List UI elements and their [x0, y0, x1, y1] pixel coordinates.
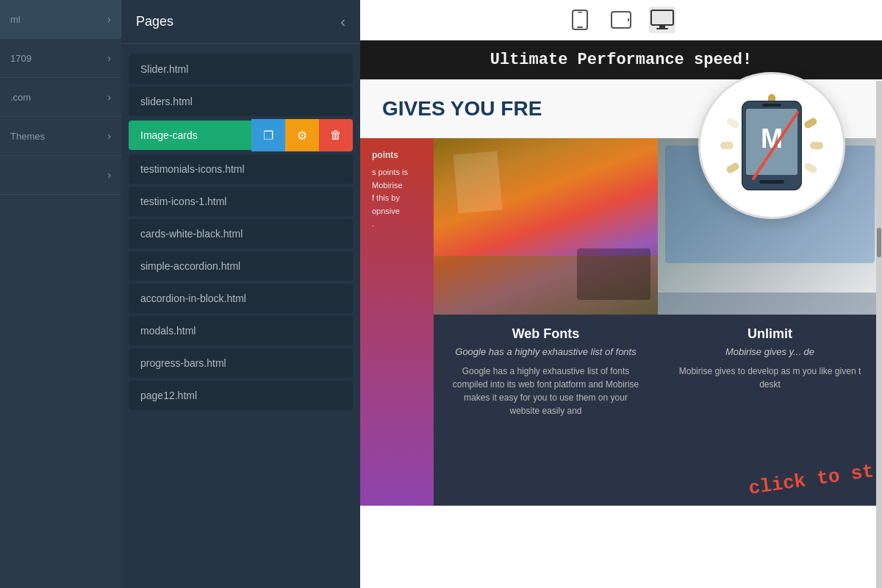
page-item-progress-bars: progress-bars.html — [129, 348, 353, 378]
page-item-page12-label[interactable]: page12.html — [129, 381, 353, 410]
banner: Ultimate Performance speed! — [360, 40, 882, 79]
chevron-right-icon-5: › — [107, 169, 111, 181]
close-pages-button[interactable]: ‹ — [340, 13, 345, 30]
page-item-page12: page12.html — [129, 381, 353, 410]
svg-rect-4 — [628, 18, 629, 21]
delete-page-button[interactable]: 🗑 — [319, 119, 353, 151]
card-title-web-fonts: Web Fonts — [448, 326, 643, 342]
desk-photo — [434, 138, 658, 315]
svg-rect-2 — [578, 12, 582, 13]
sidebar-item-ml[interactable]: ml › — [0, 0, 121, 39]
svg-rect-11 — [810, 142, 823, 149]
chevron-right-icon-2: › — [107, 52, 111, 64]
mobile-device-button[interactable] — [567, 7, 593, 33]
sidebar-item-ml-label: ml — [10, 14, 21, 25]
copy-page-button[interactable]: ❐ — [251, 119, 285, 151]
sidebar-item-themes[interactable]: Themes › — [0, 117, 121, 156]
left-column: points s points isMobirisef this byopnsi… — [360, 138, 434, 506]
pages-title: Pages — [136, 14, 173, 29]
page-item-cards-white-black: cards-white-black.html — [129, 219, 353, 248]
main-area: Ultimate Performance speed! GIVES YOU FR… — [360, 0, 882, 588]
middle-column: Web Fonts Google has a highly exhaustive… — [434, 138, 658, 506]
svg-rect-1 — [577, 26, 583, 28]
pages-panel: Pages ‹ Slider.html sliders.html Image-c… — [121, 0, 360, 588]
page-item-testim-icons-1: testim-icons-1.html — [129, 187, 353, 216]
page-item-modals-label[interactable]: modals.html — [129, 316, 353, 345]
page-item-image-cards: Image-cards ❐ ⚙ 🗑 — [129, 119, 353, 151]
svg-rect-16 — [720, 142, 734, 149]
hero-headline: GIVES YOU FRE — [382, 97, 542, 121]
page-item-simple-accordion-label[interactable]: simple-accordion.html — [129, 251, 353, 281]
phone-circle: M — [698, 72, 845, 219]
page-item-progress-bars-label[interactable]: progress-bars.html — [129, 348, 353, 378]
tablet-device-button[interactable] — [608, 7, 634, 33]
sidebar-item-domain[interactable]: .com › — [0, 78, 121, 117]
pages-list: Slider.html sliders.html Image-cards ❐ ⚙… — [121, 44, 360, 588]
page-item-cards-white-black-label[interactable]: cards-white-black.html — [129, 219, 353, 248]
card-subtitle-web-fonts: Google has a highly exhaustive list of f… — [448, 346, 643, 357]
banner-text: Ultimate Performance speed! — [490, 51, 752, 69]
chevron-right-icon: › — [107, 13, 111, 25]
svg-rect-12 — [803, 162, 819, 175]
page-item-simple-accordion: simple-accordion.html — [129, 251, 353, 281]
card-body-web-fonts: Google has a highly exhaustive list of f… — [448, 365, 643, 417]
hero-section: GIVES YOU FRE — [360, 79, 882, 138]
svg-rect-5 — [651, 10, 673, 25]
page-item-modals: modals.html — [129, 316, 353, 345]
scrollbar[interactable] — [876, 81, 882, 588]
sidebar-item-domain-label: .com — [10, 92, 31, 103]
sidebar-item-number-label: 1709 — [10, 53, 32, 64]
page-item-accordion-in-block-label[interactable]: accordion-in-block.html — [129, 284, 353, 313]
card-subtitle-unlimited: Mobirise gives y... de — [673, 346, 867, 357]
page-item-sliders-label[interactable]: sliders.html — [129, 87, 353, 116]
card-body-unlimited: Mobirise gives to develop as m you like … — [673, 365, 867, 391]
preview-area: Ultimate Performance speed! GIVES YOU FR… — [360, 40, 882, 588]
card-title-unlimited: Unlimit — [673, 326, 867, 342]
toolbar — [360, 0, 882, 40]
preview-content: Ultimate Performance speed! GIVES YOU FR… — [360, 40, 882, 588]
page-item-actions: ❐ ⚙ 🗑 — [251, 119, 353, 151]
pages-header: Pages ‹ — [121, 0, 360, 44]
sidebar-item-themes-label: Themes — [10, 131, 45, 142]
page-item-testimonials-icons: testimonials-icons.html — [129, 154, 353, 184]
scroll-thumb[interactable] — [877, 228, 881, 257]
chevron-right-icon-3: › — [107, 91, 111, 103]
svg-rect-6 — [659, 25, 665, 28]
left-col-points: points — [372, 150, 422, 160]
page-item-slider-label[interactable]: Slider.html — [129, 54, 353, 84]
sidebar-item-extra[interactable]: › — [0, 156, 121, 195]
svg-rect-7 — [656, 28, 668, 29]
left-sidebar: ml › 1709 › .com › Themes › › — [0, 0, 121, 588]
left-col-body: s points isMobirisef this byopnsive. — [372, 166, 422, 231]
sidebar-item-number[interactable]: 1709 › — [0, 39, 121, 78]
middle-card-body: Web Fonts Google has a highly exhaustive… — [434, 315, 658, 506]
page-item-image-cards-label[interactable]: Image-cards — [129, 121, 251, 150]
desktop-device-button[interactable] — [649, 7, 675, 33]
settings-page-button[interactable]: ⚙ — [285, 119, 319, 151]
page-item-accordion-in-block: accordion-in-block.html — [129, 284, 353, 313]
svg-rect-22 — [759, 180, 784, 184]
page-item-slider: Slider.html — [129, 54, 353, 84]
page-item-testim-icons-1-label[interactable]: testim-icons-1.html — [129, 187, 353, 216]
chevron-right-icon-4: › — [107, 130, 111, 142]
svg-rect-10 — [803, 117, 819, 130]
svg-rect-23 — [762, 104, 781, 107]
page-item-testimonials-icons-label[interactable]: testimonials-icons.html — [129, 154, 353, 184]
page-item-sliders: sliders.html — [129, 87, 353, 116]
